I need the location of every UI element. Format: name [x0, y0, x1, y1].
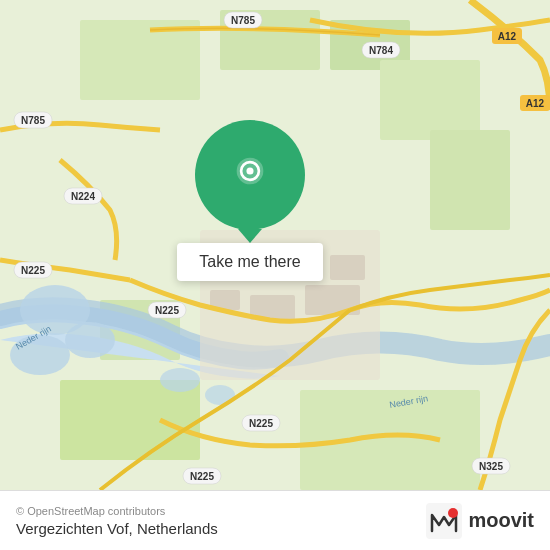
svg-point-47 [246, 167, 253, 174]
popup-bubble [195, 120, 305, 230]
svg-rect-5 [430, 130, 510, 230]
svg-text:A12: A12 [498, 31, 517, 42]
map-popup: Take me there [140, 120, 360, 281]
svg-text:N785: N785 [231, 15, 255, 26]
map-container: N785 N784 N785 N224 N225 N225 N225 N225 … [0, 0, 550, 490]
svg-text:A12: A12 [526, 98, 545, 109]
svg-rect-7 [60, 380, 200, 460]
footer: © OpenStreetMap contributors Vergezichte… [0, 490, 550, 550]
svg-point-12 [160, 368, 200, 392]
moovit-logo: moovit [426, 503, 534, 539]
moovit-icon [426, 503, 462, 539]
moovit-text: moovit [468, 509, 534, 532]
footer-left: © OpenStreetMap contributors Vergezichte… [16, 505, 218, 537]
svg-text:N325: N325 [479, 461, 503, 472]
svg-point-10 [65, 322, 115, 358]
location-country-text: Netherlands [137, 520, 218, 537]
take-me-there-button[interactable]: Take me there [177, 243, 322, 281]
svg-text:N225: N225 [249, 418, 273, 429]
svg-text:N225: N225 [155, 305, 179, 316]
location-name-text: Vergezichten Vof, [16, 520, 133, 537]
svg-text:N225: N225 [190, 471, 214, 482]
popup-arrow [238, 229, 262, 243]
svg-rect-1 [80, 20, 200, 100]
svg-text:N224: N224 [71, 191, 95, 202]
location-name: Vergezichten Vof, Netherlands [16, 520, 218, 537]
svg-text:N784: N784 [369, 45, 393, 56]
svg-text:N225: N225 [21, 265, 45, 276]
copyright-text: © OpenStreetMap contributors [16, 505, 218, 517]
location-pin-icon [230, 155, 270, 195]
svg-rect-4 [380, 60, 480, 140]
svg-text:N785: N785 [21, 115, 45, 126]
svg-point-49 [448, 508, 458, 518]
